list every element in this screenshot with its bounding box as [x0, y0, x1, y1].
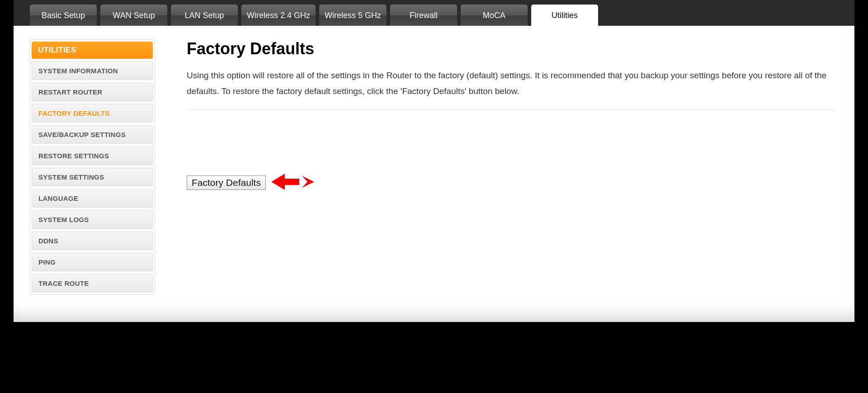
sidebar-item-system-settings[interactable]: SYSTEM SETTINGS [32, 168, 153, 186]
tab-moca[interactable]: MoCA [460, 4, 528, 26]
app-frame: Basic Setup WAN Setup LAN Setup Wireless… [0, 0, 868, 338]
page-description: Using this option will restore all of th… [187, 67, 834, 109]
tab-lan-setup[interactable]: LAN Setup [170, 4, 238, 26]
sidebar-item-system-logs[interactable]: SYSTEM LOGS [32, 210, 153, 229]
tab-firewall[interactable]: Firewall [390, 4, 458, 26]
tab-wireless-5[interactable]: Wireless 5 GHz [319, 4, 387, 26]
tab-utilities[interactable]: Utilities [531, 4, 599, 26]
content-panel: UTILITIES SYSTEM INFORMATION RESTART ROU… [14, 26, 854, 322]
top-tab-bar: Basic Setup WAN Setup LAN Setup Wireless… [14, 0, 854, 26]
sidebar-item-save-backup-settings[interactable]: SAVE/BACKUP SETTINGS [32, 125, 153, 144]
sidebar-item-language[interactable]: LANGUAGE [32, 189, 153, 208]
main-content: Factory Defaults Using this option will … [155, 39, 839, 193]
sidebar-item-restore-settings[interactable]: RESTORE SETTINGS [32, 147, 153, 165]
svg-marker-0 [271, 174, 299, 190]
tab-wan-setup[interactable]: WAN Setup [100, 4, 168, 26]
sidebar-item-ddns[interactable]: DDNS [32, 232, 153, 250]
factory-defaults-button[interactable]: Factory Defaults [187, 175, 266, 190]
page-title: Factory Defaults [187, 39, 834, 58]
sidebar-item-trace-route[interactable]: TRACE ROUTE [32, 274, 153, 293]
svg-marker-1 [302, 176, 314, 188]
sidebar: UTILITIES SYSTEM INFORMATION RESTART ROU… [29, 39, 155, 295]
sidebar-item-ping[interactable]: PING [32, 253, 153, 271]
sidebar-item-restart-router[interactable]: RESTART ROUTER [32, 83, 153, 101]
tab-wireless-24[interactable]: Wireless 2.4 GHz [241, 4, 316, 26]
arrow-left-icon [271, 173, 314, 193]
sidebar-item-system-information[interactable]: SYSTEM INFORMATION [32, 62, 153, 80]
action-row: Factory Defaults [187, 173, 834, 193]
sidebar-header: UTILITIES [32, 42, 153, 59]
sidebar-item-factory-defaults[interactable]: FACTORY DEFAULTS [32, 104, 153, 123]
tab-basic-setup[interactable]: Basic Setup [29, 4, 97, 26]
